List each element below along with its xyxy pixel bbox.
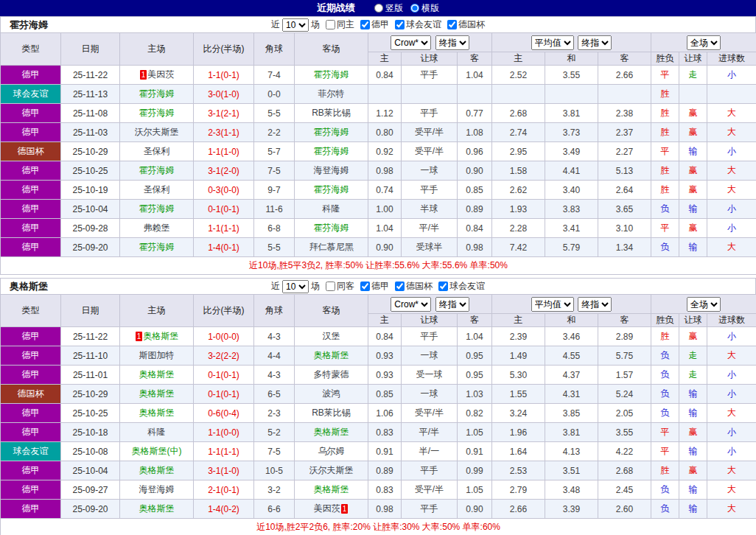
score-cell[interactable]: 0-1(0-1) bbox=[194, 366, 254, 385]
result-goals: 小 bbox=[707, 200, 756, 219]
col-header-avg-draw: 和 bbox=[545, 314, 598, 327]
avg-stage-select[interactable]: 终指 bbox=[578, 297, 612, 312]
team-link[interactable]: 霍芬海姆 bbox=[314, 69, 349, 80]
match-date: 25-11-01 bbox=[61, 366, 120, 385]
same-venue-input[interactable] bbox=[326, 20, 335, 29]
league-checkbox-cup[interactable]: 德国杯 bbox=[447, 18, 485, 31]
league-input-friendly[interactable] bbox=[438, 282, 448, 291]
score-cell[interactable]: 3-1(2-1) bbox=[194, 104, 254, 123]
team-link[interactable]: 斯图加特 bbox=[139, 350, 175, 360]
team-link[interactable]: 沃尔夫斯堡 bbox=[309, 465, 354, 475]
team-link[interactable]: 拜仁慕尼黑 bbox=[309, 242, 354, 252]
same-venue-checkbox[interactable]: 同客 bbox=[326, 280, 354, 293]
team-link[interactable]: 奥格斯堡 bbox=[139, 388, 175, 399]
team-link[interactable]: 霍芬海姆 bbox=[314, 184, 349, 195]
league-checkbox-bundesliga[interactable]: 德甲 bbox=[360, 280, 389, 293]
score-cell[interactable]: 0-3(0-0) bbox=[194, 181, 254, 200]
team-link[interactable]: 美因茨 bbox=[314, 503, 340, 514]
layout-radio-horizontal[interactable]: 横版 bbox=[410, 2, 439, 15]
team-link[interactable]: 奥格斯堡 bbox=[139, 503, 175, 514]
team-link[interactable]: 沃尔夫斯堡 bbox=[135, 127, 179, 137]
fulltime-select[interactable]: 全场 bbox=[687, 297, 721, 312]
team-link[interactable]: 霍芬海姆 bbox=[314, 146, 349, 156]
odds-stage-select[interactable]: 终指 bbox=[435, 35, 469, 50]
team-link[interactable]: 霍芬海姆 bbox=[139, 88, 175, 99]
team-link[interactable]: RB莱比锡 bbox=[312, 108, 351, 118]
team-link[interactable]: 霍芬海姆 bbox=[139, 108, 175, 118]
team-link[interactable]: 科隆 bbox=[148, 427, 166, 437]
league-input-bundesliga[interactable] bbox=[360, 282, 370, 291]
score-cell[interactable]: 1-0(0-0) bbox=[194, 327, 254, 346]
score-cell[interactable]: 0-1(0-1) bbox=[194, 200, 254, 219]
team-link[interactable]: 奥格斯堡(中) bbox=[132, 446, 182, 456]
team-link[interactable]: 奥格斯堡 bbox=[139, 465, 175, 475]
league-checkbox-bundesliga[interactable]: 德甲 bbox=[360, 18, 389, 31]
same-venue-input[interactable] bbox=[326, 282, 335, 291]
team-link[interactable]: 霍芬海姆 bbox=[314, 127, 349, 137]
score-cell[interactable]: 3-0(1-0) bbox=[194, 85, 254, 104]
avg-stage-select[interactable]: 终指 bbox=[578, 35, 612, 50]
team-link[interactable]: 奥格斯堡 bbox=[139, 369, 175, 380]
bookmaker-select[interactable]: Crow* bbox=[391, 297, 431, 312]
league-checkbox-friendly[interactable]: 球会友谊 bbox=[438, 280, 485, 293]
score-cell[interactable]: 0-6(0-4) bbox=[194, 404, 254, 423]
team-link[interactable]: 奥格斯堡 bbox=[314, 350, 349, 360]
average-select[interactable]: 平均值 bbox=[531, 297, 574, 312]
horizontal-radio-input[interactable] bbox=[410, 4, 419, 13]
team-link[interactable]: RB莱比锡 bbox=[312, 408, 351, 418]
team-link[interactable]: 乌尔姆 bbox=[318, 446, 345, 456]
score-cell[interactable]: 0-1(0-1) bbox=[194, 385, 254, 404]
score-cell[interactable]: 1-4(0-2) bbox=[194, 500, 254, 519]
team-link[interactable]: 圣保利 bbox=[144, 184, 170, 195]
bookmaker-group: Crow* 终指 bbox=[368, 33, 492, 52]
fulltime-select[interactable]: 全场 bbox=[687, 35, 721, 50]
score-cell[interactable]: 1-1(0-1) bbox=[194, 66, 254, 85]
team-link[interactable]: 霍芬海姆 bbox=[139, 203, 175, 214]
team-link[interactable]: 菲尔特 bbox=[318, 88, 345, 99]
team-link[interactable]: 奥格斯堡 bbox=[314, 484, 349, 494]
col-header-result-handicap: 让球 bbox=[679, 314, 707, 327]
league-checkbox-friendly[interactable]: 球会友谊 bbox=[395, 18, 441, 31]
score-cell[interactable]: 3-2(2-2) bbox=[194, 346, 254, 366]
league-input-cup[interactable] bbox=[395, 282, 405, 291]
team-link[interactable]: 圣保利 bbox=[144, 146, 170, 156]
team-link[interactable]: 美因茨 bbox=[147, 69, 174, 80]
team-link[interactable]: 奥格斯堡 bbox=[314, 427, 349, 437]
score-cell[interactable]: 2-1(0-1) bbox=[194, 480, 254, 500]
team-link[interactable]: 科隆 bbox=[323, 203, 340, 214]
score-cell[interactable]: 1-1(1-1) bbox=[194, 442, 254, 461]
average-select[interactable]: 平均值 bbox=[531, 35, 574, 50]
away-team-cell: 多特蒙德 bbox=[295, 366, 368, 385]
team-link[interactable]: 海登海姆 bbox=[139, 484, 175, 494]
score-cell[interactable]: 3-1(1-0) bbox=[194, 461, 254, 480]
score-cell[interactable]: 1-1(1-0) bbox=[194, 142, 254, 161]
odds-stage-select[interactable]: 终指 bbox=[435, 297, 469, 312]
team-link[interactable]: 多特蒙德 bbox=[314, 369, 349, 380]
team-link[interactable]: 霍芬海姆 bbox=[139, 165, 175, 175]
team-link[interactable]: 海登海姆 bbox=[314, 165, 349, 175]
handicap-home-odds bbox=[368, 85, 402, 104]
score-cell[interactable]: 1-1(0-0) bbox=[194, 423, 254, 442]
score-cell[interactable]: 1-1(1-1) bbox=[194, 219, 254, 238]
recent-count-select[interactable]: 10 bbox=[282, 18, 309, 32]
vertical-radio-input[interactable] bbox=[374, 4, 383, 13]
team-link[interactable]: 奥格斯堡 bbox=[143, 331, 178, 341]
team-link[interactable]: 波鸿 bbox=[323, 388, 340, 399]
league-input-bundesliga[interactable] bbox=[360, 20, 370, 29]
team-link[interactable]: 霍芬海姆 bbox=[314, 223, 349, 233]
league-input-friendly[interactable] bbox=[395, 20, 405, 29]
team-link[interactable]: 霍芬海姆 bbox=[139, 242, 175, 252]
same-venue-checkbox[interactable]: 同主 bbox=[326, 18, 354, 31]
team-link[interactable]: 奥格斯堡 bbox=[139, 408, 175, 418]
score-cell[interactable]: 1-4(0-1) bbox=[194, 238, 254, 257]
league-input-cup[interactable] bbox=[447, 20, 457, 29]
team-link[interactable]: 汉堡 bbox=[323, 331, 340, 341]
layout-radio-vertical[interactable]: 竖版 bbox=[374, 2, 403, 15]
recent-count-select[interactable]: 10 bbox=[282, 280, 309, 293]
league-type-cell: 德甲 bbox=[1, 404, 61, 423]
score-cell[interactable]: 2-3(1-1) bbox=[194, 123, 254, 142]
score-cell[interactable]: 3-1(2-0) bbox=[194, 161, 254, 181]
bookmaker-select[interactable]: Crow* bbox=[391, 35, 431, 50]
team-link[interactable]: 弗赖堡 bbox=[144, 223, 170, 233]
league-checkbox-cup[interactable]: 德国杯 bbox=[395, 280, 433, 293]
